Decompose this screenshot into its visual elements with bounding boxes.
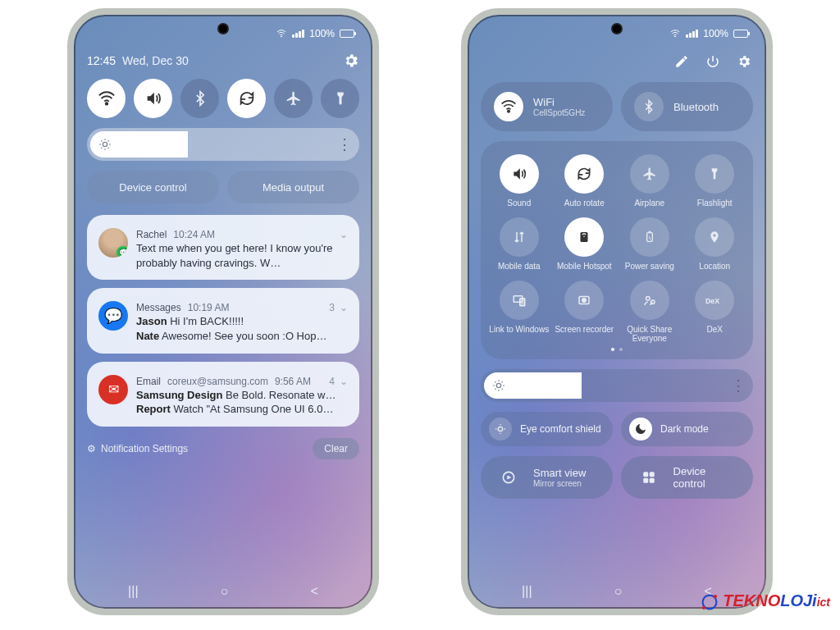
chevron-down-icon[interactable]: ⌄: [340, 301, 348, 314]
nav-bar: ||| ○ <: [87, 581, 359, 609]
brightness-icon: [492, 379, 505, 392]
battery-icon: [733, 30, 748, 38]
tile-label: Quick Share Everyone: [619, 325, 680, 343]
tile-device-control[interactable]: Device control: [621, 456, 753, 499]
notification-settings-link[interactable]: Notification Settings: [101, 443, 188, 454]
notification-app: Messages: [136, 301, 181, 314]
phone-right: 100% WiFiCellSpot5GHz Bluetooth S: [461, 8, 773, 615]
nav-recents[interactable]: |||: [128, 584, 138, 599]
svg-point-16: [496, 383, 500, 387]
nav-back[interactable]: <: [311, 584, 318, 599]
status-bar: 100%: [87, 23, 359, 44]
svg-point-13: [646, 297, 650, 301]
qs-autorotate[interactable]: [227, 79, 266, 118]
tile-sound[interactable]: Sound: [489, 154, 550, 208]
brightness-icon: [98, 138, 112, 151]
tile-powersave[interactable]: Power saving: [619, 217, 680, 271]
brightness-menu-icon[interactable]: ⋮: [728, 377, 748, 395]
tile-hotspot[interactable]: Mobile Hotspot: [555, 217, 615, 271]
messaging-badge-icon: 💬: [116, 246, 128, 258]
battery-pct: 100%: [309, 28, 335, 39]
notification-title: Rachel: [136, 228, 167, 241]
wifi-status-icon: [669, 29, 681, 39]
tile-location[interactable]: Location: [685, 217, 746, 271]
tile-screenrec[interactable]: Screen recorder: [555, 281, 615, 343]
qs-bluetooth[interactable]: [180, 79, 219, 118]
shade-header: 12:45 Wed, Dec 30: [87, 52, 359, 69]
svg-rect-21: [650, 472, 655, 477]
wifi-status-icon: [276, 29, 287, 39]
notification-count: 4: [329, 375, 335, 388]
tile-autorotate[interactable]: Auto rotate: [555, 154, 615, 208]
toggle-dark-mode[interactable]: Dark mode: [621, 412, 753, 446]
tile-smartview[interactable]: Smart viewMirror screen: [481, 456, 613, 499]
brightness-menu-icon[interactable]: ⋮: [335, 135, 354, 153]
eye-comfort-icon: [489, 418, 512, 441]
notification-time: 10:24 AM: [173, 228, 215, 241]
dark-mode-icon: [629, 418, 652, 441]
settings-icon[interactable]: [343, 52, 359, 69]
svg-point-4: [508, 111, 509, 112]
power-icon[interactable]: [704, 52, 722, 71]
brightness-slider[interactable]: ⋮: [87, 128, 359, 161]
tile-mobiledata[interactable]: Mobile data: [489, 217, 550, 271]
quick-settings-grid: SoundAuto rotateAirplaneFlashlightMobile…: [481, 141, 753, 359]
clear-button[interactable]: Clear: [313, 438, 359, 459]
autorotate-icon: [564, 154, 604, 194]
nav-recents[interactable]: |||: [522, 584, 532, 599]
quickshare-icon: [630, 281, 669, 320]
tile-bluetooth-wide[interactable]: Bluetooth: [621, 82, 753, 131]
location-icon: [695, 217, 734, 257]
tile-wifi-wide[interactable]: WiFiCellSpot5GHz: [481, 82, 613, 131]
device-control-button[interactable]: Device control: [87, 171, 219, 203]
qs-wifi[interactable]: [87, 79, 126, 118]
tile-label: Flashlight: [697, 199, 733, 208]
avatar: 💬: [98, 228, 128, 258]
toggle-eye-comfort[interactable]: Eye comfort shield: [481, 412, 613, 446]
tile-label: Airplane: [634, 199, 664, 208]
notification-card[interactable]: 💬 Rachel 10:24 AM ⌄ Text me when you get…: [87, 215, 359, 280]
nav-home[interactable]: ○: [614, 584, 623, 599]
settings-icon[interactable]: [735, 52, 753, 71]
media-output-button[interactable]: Media output: [227, 171, 359, 203]
qs-sound[interactable]: [134, 79, 172, 118]
qs-airplane[interactable]: [274, 79, 313, 118]
notification-time: 10:19 AM: [188, 301, 230, 314]
tile-label: Power saving: [625, 262, 674, 271]
notification-card[interactable]: ✉ Email coreux@samsung.com 9:56 AM 4 ⌄: [87, 362, 359, 427]
tile-linkwin[interactable]: Link to Windows: [489, 281, 550, 343]
edit-icon[interactable]: [673, 52, 691, 71]
svg-text:DeX: DeX: [705, 297, 719, 305]
screenrec-icon: [564, 281, 604, 320]
brightness-slider[interactable]: ⋮: [481, 369, 753, 402]
qs-flashlight[interactable]: [321, 79, 359, 118]
svg-point-3: [675, 36, 676, 37]
tile-label: Mobile Hotspot: [557, 262, 612, 271]
page-indicator: [489, 348, 745, 351]
svg-rect-23: [650, 478, 655, 483]
notification-count: 3: [329, 301, 335, 314]
svg-point-2: [103, 142, 107, 146]
svg-point-0: [281, 36, 282, 37]
flashlight-icon: [695, 154, 734, 194]
bluetooth-icon: [634, 92, 664, 121]
tile-label: Screen recorder: [555, 325, 614, 334]
svg-marker-19: [507, 476, 511, 480]
chevron-down-icon[interactable]: ⌄: [340, 228, 348, 241]
notification-app: Email: [136, 375, 161, 388]
device-control-icon: [634, 463, 664, 492]
tile-dex[interactable]: DeXDeX: [685, 281, 746, 343]
tile-quickshare[interactable]: Quick Share Everyone: [619, 281, 680, 343]
nav-home[interactable]: ○: [221, 584, 229, 599]
chevron-down-icon[interactable]: ⌄: [340, 375, 348, 388]
tile-airplane[interactable]: Airplane: [619, 154, 680, 208]
notification-text: Text me when you get here! I know you're…: [136, 241, 348, 270]
sound-icon: [500, 154, 539, 194]
tile-flashlight[interactable]: Flashlight: [685, 154, 746, 208]
notification-sub: coreux@samsung.com: [167, 375, 268, 388]
avatar: ✉: [98, 375, 128, 404]
status-bar: 100%: [481, 23, 753, 44]
hotspot-icon: [564, 217, 604, 257]
tile-label: DeX: [707, 325, 723, 334]
notification-card[interactable]: 💬 Messages 10:19 AM 3 ⌄ Jason Hi I'm BAC: [87, 288, 359, 353]
